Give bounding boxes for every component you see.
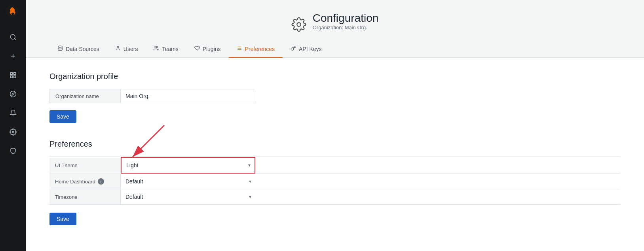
- home-dashboard-row: Home Dashboard i Default: [49, 174, 620, 189]
- ui-theme-row: UI Theme Light Default Dark: [49, 157, 620, 174]
- timezone-select-wrapper: Default UTC Browser Local Time: [121, 189, 255, 204]
- header-text: Configuration Organization: Main Org.: [313, 12, 379, 38]
- gear-icon: [291, 17, 306, 34]
- sidebar-item-explore[interactable]: [5, 86, 21, 102]
- tab-plugins[interactable]: Plugins: [186, 41, 229, 58]
- org-name-label: Organization name: [49, 89, 121, 103]
- tab-users-label: Users: [123, 46, 138, 52]
- org-profile-section: Organization profile Organization name S…: [49, 72, 620, 136]
- home-dashboard-select[interactable]: Default: [121, 174, 255, 189]
- sidebar-item-search[interactable]: [5, 29, 21, 45]
- svg-marker-10: [11, 93, 14, 95]
- timezone-row: Timezone Default UTC Browser Local Time: [49, 189, 620, 205]
- teams-icon: [154, 45, 159, 52]
- page-title: Configuration: [313, 12, 379, 25]
- tab-api-keys-label: API Keys: [299, 46, 322, 52]
- org-save-button[interactable]: Save: [49, 110, 76, 123]
- tab-data-sources[interactable]: Data Sources: [49, 41, 107, 58]
- ui-theme-select[interactable]: Light Default Dark: [122, 158, 255, 173]
- timezone-label: Timezone: [49, 189, 121, 204]
- sidebar-item-alerting[interactable]: [5, 105, 21, 121]
- sidebar-item-add[interactable]: [5, 48, 21, 64]
- preferences-icon: [237, 45, 242, 52]
- tab-teams[interactable]: Teams: [146, 41, 186, 58]
- tab-users[interactable]: Users: [107, 41, 146, 58]
- preferences-section: Preferences UI Theme Light Default Dark: [49, 140, 620, 229]
- page-content: Organization profile Organization name S…: [26, 58, 644, 251]
- sidebar: [0, 0, 26, 251]
- svg-rect-7: [10, 76, 12, 78]
- tab-data-sources-label: Data Sources: [66, 46, 99, 52]
- main-content: Configuration Organization: Main Org. Da…: [26, 0, 644, 251]
- header-title-row: Configuration Organization: Main Org.: [291, 12, 379, 38]
- sidebar-item-admin[interactable]: [5, 143, 21, 159]
- sidebar-item-dashboards[interactable]: [5, 67, 21, 83]
- svg-point-12: [297, 23, 301, 26]
- svg-rect-6: [13, 72, 15, 74]
- timezone-select[interactable]: Default UTC Browser Local Time: [121, 189, 255, 204]
- app-logo[interactable]: [5, 4, 21, 20]
- svg-point-11: [12, 131, 14, 133]
- svg-rect-5: [10, 72, 12, 74]
- tab-api-keys[interactable]: API Keys: [283, 41, 330, 58]
- api-keys-icon: [291, 45, 296, 52]
- sidebar-item-configuration[interactable]: [5, 124, 21, 140]
- plugins-icon: [194, 45, 200, 52]
- svg-point-15: [155, 46, 157, 48]
- svg-point-14: [117, 46, 119, 48]
- tab-preferences[interactable]: Preferences: [229, 41, 283, 58]
- preferences-title: Preferences: [49, 140, 620, 149]
- home-dashboard-select-wrapper: Default: [121, 174, 255, 189]
- org-name-row: Organization name: [49, 89, 620, 103]
- svg-line-2: [14, 38, 15, 40]
- org-profile-title: Organization profile: [49, 72, 620, 81]
- svg-point-9: [10, 91, 16, 97]
- tab-teams-label: Teams: [162, 46, 178, 52]
- tab-preferences-label: Preferences: [245, 46, 275, 52]
- preferences-save-button[interactable]: Save: [49, 213, 76, 225]
- page-header: Configuration Organization: Main Org. Da…: [26, 0, 644, 58]
- tab-plugins-label: Plugins: [203, 46, 221, 52]
- svg-rect-8: [13, 76, 15, 78]
- ui-theme-label: UI Theme: [49, 158, 121, 173]
- org-name-input[interactable]: [121, 89, 255, 103]
- ui-theme-select-wrapper: Light Default Dark: [121, 157, 255, 174]
- data-sources-icon: [57, 45, 63, 52]
- svg-point-1: [10, 34, 15, 39]
- page-subtitle: Organization: Main Org.: [313, 25, 379, 30]
- svg-point-13: [58, 46, 63, 47]
- home-dashboard-info-icon[interactable]: i: [98, 178, 104, 185]
- users-icon: [115, 45, 121, 52]
- home-dashboard-label: Home Dashboard i: [49, 174, 121, 189]
- tab-bar: Data Sources Users Teams Plugins: [26, 41, 644, 58]
